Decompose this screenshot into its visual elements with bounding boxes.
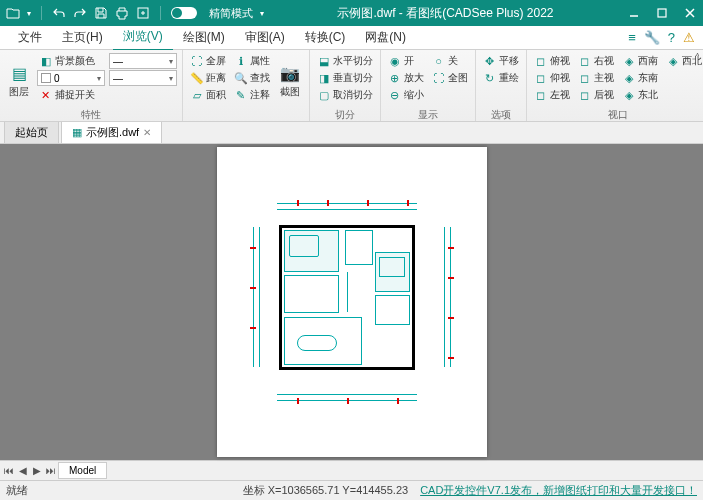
document-tabs: 起始页 ▦示例图.dwf✕ (0, 122, 703, 144)
help-icon[interactable]: ? (668, 30, 675, 45)
prev-layout-icon[interactable]: ◀ (16, 465, 30, 476)
tab-draw[interactable]: 绘图(M) (173, 25, 235, 50)
announcement-link[interactable]: CAD开发控件V7.1发布，新增图纸打印和大量开发接口！ (420, 483, 697, 498)
model-tabs: ⏮ ◀ ▶ ⏭ Model (0, 460, 703, 480)
mode-label: 精简模式 (209, 6, 253, 21)
cube-icon: ◈ (622, 72, 635, 85)
top-view-button[interactable]: ◻俯视 (532, 53, 572, 69)
cube-icon: ◻ (578, 72, 591, 85)
sw-view-button[interactable]: ◈西南 (620, 53, 660, 69)
camera-icon: 📷 (279, 63, 301, 85)
tab-browse[interactable]: 浏览(V) (113, 24, 173, 51)
ribbon-group-tools: ⛶全屏 📏距离 ▱面积 ℹ属性 🔍查找 ✎注释 📷截图 (183, 50, 310, 121)
fit-icon: ⛶ (432, 72, 445, 85)
open-dropdown[interactable]: ▾ (27, 9, 31, 18)
pan-icon: ✥ (483, 55, 496, 68)
tab-convert[interactable]: 转换(C) (295, 25, 356, 50)
attrs-button[interactable]: ℹ属性 (232, 53, 272, 69)
tab-review[interactable]: 审图(A) (235, 25, 295, 50)
lineweight-dropdown[interactable]: — (109, 70, 177, 86)
last-layout-icon[interactable]: ⏭ (44, 465, 58, 476)
annotate-button[interactable]: ✎注释 (232, 87, 272, 103)
maximize-icon[interactable] (655, 6, 669, 20)
undo-icon[interactable] (52, 6, 66, 20)
cancel-split-button[interactable]: ▢取消切分 (315, 87, 375, 103)
vsplit-button[interactable]: ◨垂直切分 (315, 70, 375, 86)
cube-icon: ◻ (578, 89, 591, 102)
redo-icon[interactable] (73, 6, 87, 20)
menubar: 文件 主页(H) 浏览(V) 绘图(M) 审图(A) 转换(C) 网盘(N) ≡… (0, 26, 703, 50)
settings-equals-icon[interactable]: ≡ (628, 30, 636, 45)
statusbar: 就绪 坐标 X=1036565.71 Y=414455.23 CAD开发控件V7… (0, 480, 703, 500)
on-button[interactable]: ◉开 (386, 53, 426, 69)
se-view-button[interactable]: ◈东南 (620, 70, 660, 86)
wrench-icon[interactable]: 🔧 (644, 30, 660, 45)
window-title: 示例图.dwf - 看图纸(CADSee Plus) 2022 (264, 5, 627, 22)
ribbon-group-display: ◉开 ⊕放大 ⊖缩小 ○关 ⛶全图 显示 (381, 50, 476, 121)
cube-icon: ◈ (622, 55, 635, 68)
ribbon-group-split: ⬓水平切分 ◨垂直切分 ▢取消切分 切分 (310, 50, 381, 121)
next-layout-icon[interactable]: ▶ (30, 465, 44, 476)
front-view-button[interactable]: ◻主视 (576, 70, 616, 86)
crosshair-icon: ✕ (39, 89, 52, 102)
back-view-button[interactable]: ◻后视 (576, 87, 616, 103)
layers-button[interactable]: ▤图层 (5, 53, 33, 108)
first-layout-icon[interactable]: ⏮ (2, 465, 16, 476)
hsplit-button[interactable]: ⬓水平切分 (315, 53, 375, 69)
cube-icon: ◈ (666, 55, 679, 68)
zoomin-button[interactable]: ⊕放大 (386, 70, 426, 86)
ribbon-group-properties: ▤图层 ◧背景颜色 0 ✕捕捉开关 — — 特性 (0, 50, 183, 121)
bgcolor-button[interactable]: ◧背景颜色 (37, 53, 105, 69)
ribbon-collapse-icon[interactable]: ˄ (695, 52, 700, 63)
minimize-icon[interactable] (627, 6, 641, 20)
ne-view-button[interactable]: ◈东北 (620, 87, 660, 103)
doctab-file[interactable]: ▦示例图.dwf✕ (61, 121, 162, 143)
tab-home[interactable]: 主页(H) (52, 25, 113, 50)
left-view-button[interactable]: ◻左视 (532, 87, 572, 103)
bulb-on-icon: ◉ (388, 55, 401, 68)
area-button[interactable]: ▱面积 (188, 87, 228, 103)
off-button[interactable]: ○关 (430, 53, 470, 69)
export-icon[interactable] (136, 6, 150, 20)
ribbon: ˄ ▤图层 ◧背景颜色 0 ✕捕捉开关 — — 特性 ⛶全屏 📏距离 ▱面积 ℹ… (0, 50, 703, 122)
right-view-button[interactable]: ◻右视 (576, 53, 616, 69)
hsplit-icon: ⬓ (317, 55, 330, 68)
close-tab-icon[interactable]: ✕ (143, 127, 151, 138)
all-button[interactable]: ⛶全图 (430, 70, 470, 86)
alert-icon[interactable]: ⚠ (683, 30, 695, 45)
model-tab[interactable]: Model (58, 462, 107, 479)
capture-toggle-button[interactable]: ✕捕捉开关 (37, 87, 105, 103)
mode-toggle[interactable] (171, 7, 197, 19)
color-dropdown[interactable]: 0 (37, 70, 105, 86)
bottom-view-button[interactable]: ◻仰视 (532, 70, 572, 86)
file-icon: ▦ (72, 126, 82, 139)
bulb-off-icon: ○ (432, 55, 445, 68)
note-icon: ✎ (234, 89, 247, 102)
refresh-icon: ↻ (483, 72, 496, 85)
cube-icon: ◈ (622, 89, 635, 102)
doctab-start[interactable]: 起始页 (4, 121, 59, 143)
close-icon[interactable] (683, 6, 697, 20)
linetype-dropdown[interactable]: — (109, 53, 177, 69)
find-button[interactable]: 🔍查找 (232, 70, 272, 86)
tab-cloud[interactable]: 网盘(N) (355, 25, 416, 50)
cube-icon: ◻ (578, 55, 591, 68)
redraw-button[interactable]: ↻重绘 (481, 70, 521, 86)
zoomout-button[interactable]: ⊖缩小 (386, 87, 426, 103)
print-icon[interactable] (115, 6, 129, 20)
palette-icon: ◧ (39, 55, 52, 68)
viewport[interactable] (0, 144, 703, 460)
ruler-icon: 📏 (190, 72, 203, 85)
tab-file[interactable]: 文件 (8, 25, 52, 50)
ribbon-group-viewport: ◻俯视 ◻仰视 ◻左视 ◻右视 ◻主视 ◻后视 ◈西南 ◈东南 ◈东北 ◈西北 … (527, 50, 703, 121)
distance-button[interactable]: 📏距离 (188, 70, 228, 86)
fullscreen-button[interactable]: ⛶全屏 (188, 53, 228, 69)
save-icon[interactable] (94, 6, 108, 20)
info-icon: ℹ (234, 55, 247, 68)
layers-icon: ▤ (8, 63, 30, 85)
translate-button[interactable]: ✥平移 (481, 53, 521, 69)
drawing-page (217, 147, 487, 457)
svg-rect-2 (658, 9, 666, 17)
screenshot-button[interactable]: 📷截图 (276, 53, 304, 108)
open-icon[interactable] (6, 6, 20, 20)
